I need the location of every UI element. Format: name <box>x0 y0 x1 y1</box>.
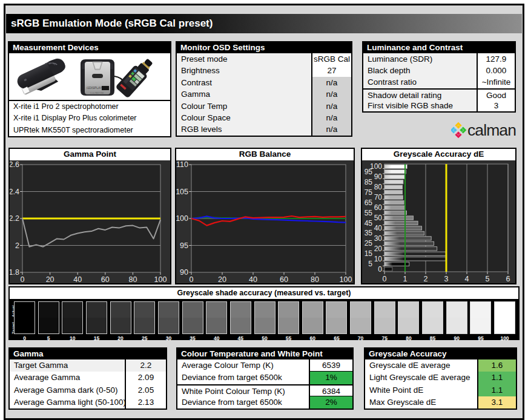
svg-text:20: 20 <box>46 275 54 283</box>
svg-text:60: 60 <box>280 275 288 283</box>
svg-text:0: 0 <box>190 275 194 283</box>
svg-text:105: 105 <box>176 188 188 196</box>
svg-text:15: 15 <box>365 249 373 258</box>
svg-text:80: 80 <box>374 183 383 191</box>
svg-text:80: 80 <box>128 275 137 283</box>
svg-text:2.6: 2.6 <box>10 160 19 169</box>
svg-text:1: 1 <box>403 275 408 283</box>
svg-text:35: 35 <box>365 229 373 237</box>
svg-text:80: 80 <box>311 275 319 283</box>
svg-text:90: 90 <box>374 172 383 181</box>
svg-text:85: 85 <box>365 178 373 186</box>
svg-text:45: 45 <box>365 219 373 228</box>
svg-text:100: 100 <box>370 162 382 171</box>
svg-text:5: 5 <box>368 260 372 268</box>
svg-text:2: 2 <box>424 275 428 283</box>
svg-text:30: 30 <box>374 234 383 243</box>
svg-text:4: 4 <box>465 275 469 283</box>
svg-text:6: 6 <box>506 275 510 283</box>
svg-text:100: 100 <box>154 275 167 283</box>
svg-text:10: 10 <box>374 255 383 263</box>
svg-text:60: 60 <box>101 275 110 283</box>
svg-text:100: 100 <box>340 275 352 283</box>
svg-text:95: 95 <box>180 241 188 250</box>
svg-text:40: 40 <box>374 224 383 232</box>
svg-text:75: 75 <box>365 188 373 197</box>
svg-text:i1DISPLAY: i1DISPLAY <box>87 86 102 90</box>
svg-text:110: 110 <box>176 160 188 169</box>
svg-text:0: 0 <box>378 265 382 274</box>
svg-text:100: 100 <box>176 214 188 223</box>
svg-text:20: 20 <box>374 244 383 253</box>
svg-text:calman: calman <box>467 122 516 139</box>
svg-text:2.4: 2.4 <box>10 188 19 196</box>
svg-text:1.8: 1.8 <box>10 268 19 277</box>
svg-text:25: 25 <box>365 239 373 248</box>
svg-text:90: 90 <box>180 268 188 277</box>
svg-text:2.2: 2.2 <box>10 214 19 223</box>
svg-text:20: 20 <box>218 275 226 283</box>
svg-text:65: 65 <box>365 199 373 207</box>
svg-text:5: 5 <box>486 275 490 283</box>
svg-text:70: 70 <box>374 193 383 202</box>
svg-text:40: 40 <box>249 275 257 283</box>
svg-text:40: 40 <box>73 275 82 283</box>
svg-text:0: 0 <box>21 275 25 283</box>
svg-text:X-rite PANTONE: X-rite PANTONE <box>90 92 104 94</box>
svg-text:55: 55 <box>365 209 373 217</box>
svg-text:3: 3 <box>444 275 449 283</box>
svg-text:60: 60 <box>374 203 383 212</box>
svg-text:0: 0 <box>383 275 387 283</box>
svg-text:50: 50 <box>374 214 383 222</box>
svg-text:2: 2 <box>15 241 19 250</box>
